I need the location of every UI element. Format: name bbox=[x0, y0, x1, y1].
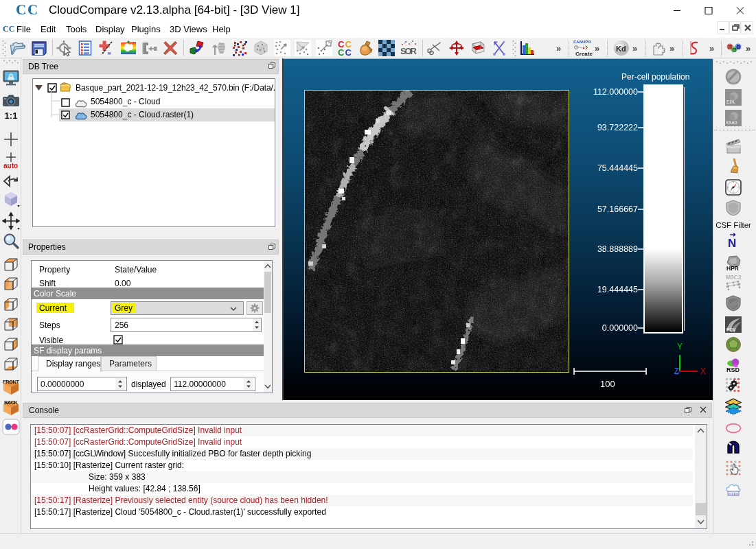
svg-text:auto: auto bbox=[3, 162, 18, 170]
svg-text:N: N bbox=[728, 237, 736, 248]
svg-text:EDL: EDL bbox=[726, 100, 736, 105]
svg-text:M3C2: M3C2 bbox=[726, 274, 742, 281]
svg-text:C: C bbox=[338, 47, 345, 56]
svg-text:FRONT: FRONT bbox=[3, 379, 19, 385]
svg-text:CC: CC bbox=[3, 24, 14, 34]
svg-text:HPR: HPR bbox=[726, 265, 739, 271]
svg-text:Z: Z bbox=[674, 366, 679, 376]
svg-text:SOR: SOR bbox=[400, 46, 417, 56]
svg-text:RSD: RSD bbox=[726, 366, 740, 373]
svg-text:Create: Create bbox=[575, 51, 593, 57]
svg-text:C: C bbox=[27, 3, 38, 18]
svg-text:SSAO: SSAO bbox=[726, 120, 737, 126]
svg-text:B: B bbox=[737, 44, 741, 50]
svg-text:C: C bbox=[16, 3, 26, 18]
svg-text:X: X bbox=[700, 366, 706, 376]
svg-text:C: C bbox=[345, 47, 352, 56]
svg-text:PCV: PCV bbox=[726, 327, 736, 333]
svg-text:BACK: BACK bbox=[4, 399, 19, 406]
svg-text:Y: Y bbox=[677, 342, 683, 351]
svg-text:CANUPO: CANUPO bbox=[573, 40, 591, 44]
svg-text:Kd: Kd bbox=[616, 45, 626, 53]
